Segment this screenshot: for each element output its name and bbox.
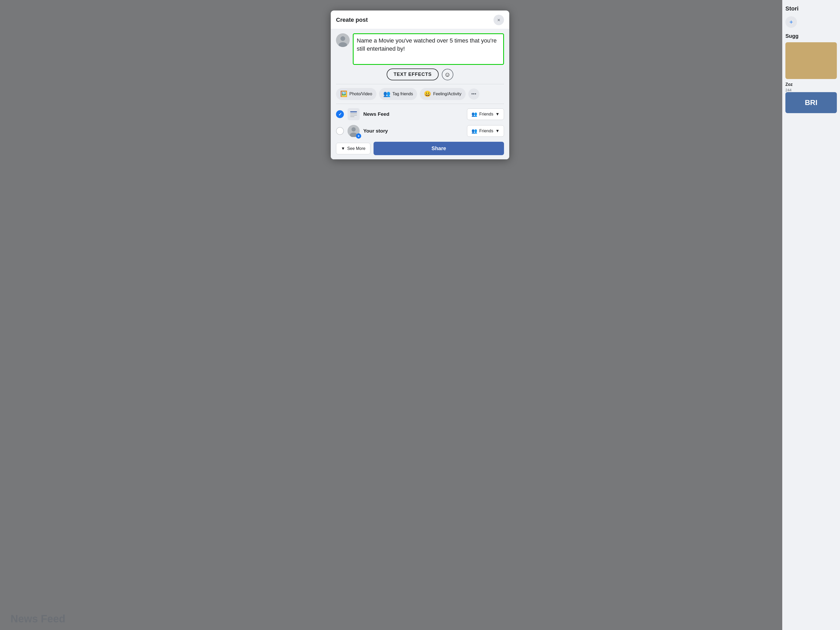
bottom-row: ▼ See More Share <box>336 142 504 155</box>
modal-body: Name a Movie you've watched over 5 times… <box>331 29 509 159</box>
modal-title: Create post <box>336 17 368 24</box>
news-feed-label: News Feed <box>363 111 463 117</box>
post-input-area: Name a Movie you've watched over 5 times… <box>336 33 504 65</box>
your-story-friends-icon: 👥 <box>471 128 477 134</box>
svg-rect-6 <box>350 115 357 115</box>
post-textarea-wrapper[interactable]: Name a Movie you've watched over 5 times… <box>353 33 504 65</box>
news-feed-friends-dropdown[interactable]: 👥 Friends ▼ <box>467 108 504 120</box>
see-more-button[interactable]: ▼ See More <box>336 143 370 154</box>
your-story-label: Your story <box>363 128 463 134</box>
svg-rect-4 <box>350 111 357 112</box>
feeling-activity-button[interactable]: 😀 Feeling/Activity <box>420 88 466 100</box>
post-textarea[interactable]: Name a Movie you've watched over 5 times… <box>357 37 500 60</box>
feeling-activity-icon: 😀 <box>424 90 431 97</box>
feeling-activity-label: Feeling/Activity <box>433 92 461 96</box>
divider-2 <box>336 104 504 104</box>
photo-video-label: Photo/Video <box>349 92 372 96</box>
svg-rect-5 <box>350 113 357 114</box>
photo-video-button[interactable]: 🖼️ Photo/Video <box>336 88 376 100</box>
svg-point-1 <box>341 36 345 41</box>
emoji-button[interactable]: ☺ <box>442 69 453 81</box>
actions-row: 🖼️ Photo/Video 👥 Tag friends 😀 Feeling/A… <box>336 88 504 100</box>
emoji-icon: ☺ <box>444 71 451 78</box>
your-story-friends-dropdown[interactable]: 👥 Friends ▼ <box>467 125 504 137</box>
news-feed-avatar <box>347 108 360 120</box>
avatar <box>336 33 350 47</box>
see-more-arrow-icon: ▼ <box>341 146 345 151</box>
divider-1 <box>336 84 504 84</box>
tag-friends-label: Tag friends <box>392 92 413 96</box>
modal-close-button[interactable]: × <box>494 15 504 25</box>
tag-friends-icon: 👥 <box>383 90 390 97</box>
your-story-dropdown-arrow-icon: ▼ <box>495 129 499 133</box>
svg-point-9 <box>352 127 356 131</box>
svg-rect-3 <box>349 110 358 118</box>
create-post-modal: Create post × Name a Movie you've watche… <box>331 11 509 159</box>
photo-video-icon: 🖼️ <box>340 90 347 97</box>
share-button[interactable]: Share <box>374 142 504 155</box>
your-story-friends-label: Friends <box>479 129 493 133</box>
tag-friends-button[interactable]: 👥 Tag friends <box>379 88 417 100</box>
modal-container: Create post × Name a Movie you've watche… <box>0 0 840 630</box>
dropdown-arrow-icon: ▼ <box>495 112 499 117</box>
news-feed-destination: News Feed 👥 Friends ▼ <box>336 108 504 120</box>
news-feed-friends-label: Friends <box>479 112 493 117</box>
more-options-button[interactable]: ••• <box>468 88 479 99</box>
text-effects-row: TEXT EFFECTS ☺ <box>336 68 504 81</box>
text-effects-button[interactable]: TEXT EFFECTS <box>387 68 438 81</box>
your-story-avatar <box>347 125 360 137</box>
svg-rect-7 <box>350 116 354 117</box>
your-story-checkbox[interactable] <box>336 127 344 135</box>
your-story-destination: Your story 👥 Friends ▼ <box>336 125 504 137</box>
friends-icon: 👥 <box>471 111 477 117</box>
news-feed-checkbox[interactable] <box>336 110 344 118</box>
modal-header: Create post × <box>331 11 509 29</box>
see-more-label: See More <box>347 146 365 151</box>
